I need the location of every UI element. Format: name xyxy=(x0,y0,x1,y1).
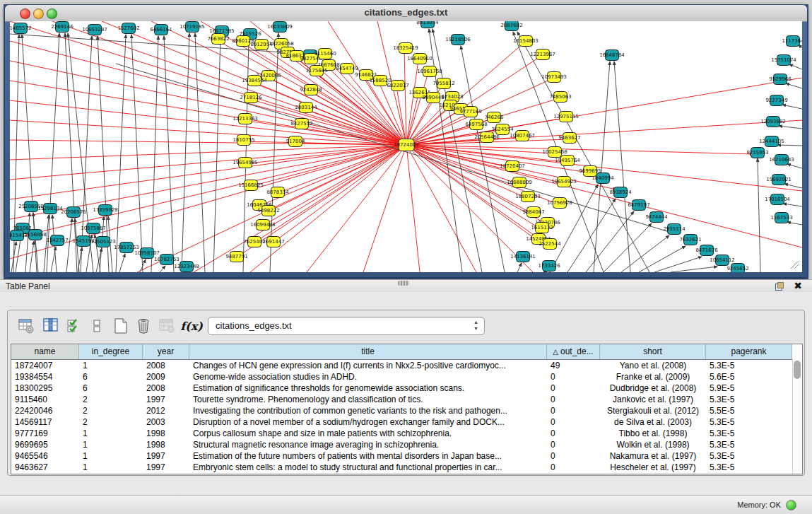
new-table-icon[interactable] xyxy=(111,316,131,336)
table-row[interactable]: 911546021997Tourette syndrome. Phenomeno… xyxy=(11,394,802,405)
table-selector-dropdown[interactable]: citations_edges.txt ▲▼ xyxy=(208,317,485,335)
show-column-icon[interactable] xyxy=(41,316,61,336)
table-row[interactable]: 1456911722003Disruption of a novel membe… xyxy=(11,416,802,428)
scrollbar-thumb[interactable] xyxy=(794,361,801,379)
graph-node[interactable]: 8471676 xyxy=(695,245,718,256)
graph-node[interactable]: 7632621 xyxy=(679,235,701,245)
graph-node[interactable]: 917004 xyxy=(286,136,305,147)
table-panel-header[interactable]: Table Panel ✖ xyxy=(0,279,812,293)
graph-node-label: 9245652 xyxy=(726,266,748,271)
graph-node[interactable]: 20206576 xyxy=(61,207,86,218)
network-view-canvas[interactable]: 1405572226914610653287152760264661611071… xyxy=(10,21,802,272)
graph-node[interactable]: 19654985 xyxy=(233,158,258,168)
graph-node[interactable]: 16033809 xyxy=(267,22,293,33)
graph-node[interactable]: 16154803 xyxy=(513,36,539,47)
graph-node[interactable]: 15692921 xyxy=(766,175,792,185)
graph-node[interactable]: 2935114 xyxy=(663,224,686,235)
table-row[interactable]: 969969511998Structural magnetic resonanc… xyxy=(11,439,802,450)
column-header-in_degree[interactable]: in_degree xyxy=(79,344,143,359)
graph-node[interactable]: 18640910 xyxy=(407,54,433,64)
graph-node[interactable]: 8878334 xyxy=(266,187,289,198)
graph-node[interactable]: 17359928 xyxy=(93,205,118,216)
table-cell-year: 1997 xyxy=(143,394,189,405)
graph-node[interactable]: 2269146 xyxy=(51,22,73,33)
resize-grip-icon[interactable] xyxy=(788,258,799,269)
column-header-name[interactable]: name xyxy=(11,344,79,359)
graph-node[interactable]: 10653287 xyxy=(82,25,107,35)
graph-node[interactable]: 16648784 xyxy=(599,50,625,61)
graph-node[interactable]: 9487791 xyxy=(225,252,247,262)
graph-edge xyxy=(10,140,406,145)
graph-node[interactable]: 19218506 xyxy=(445,35,471,45)
graph-node[interactable]: 8427552 xyxy=(290,119,312,129)
close-panel-icon[interactable]: ✖ xyxy=(794,280,802,291)
graph-node[interactable]: 8813054 xyxy=(416,21,439,28)
table-row[interactable]: 946554611997Estimation of the future num… xyxy=(11,450,802,462)
graph-node[interactable]: 12975115 xyxy=(553,112,579,122)
graph-node[interactable]: 6497568 xyxy=(465,119,487,130)
graph-node[interactable]: 18325419 xyxy=(393,43,418,54)
graph-node[interactable]: 15751074 xyxy=(771,55,796,66)
graph-node[interactable]: 16210643 xyxy=(769,155,794,165)
column-header-year[interactable]: year xyxy=(143,344,189,359)
table-row[interactable]: 1938455462009Genome-wide association stu… xyxy=(11,371,802,382)
network-window-titlebar[interactable]: citations_edges.txt xyxy=(5,5,807,22)
graph-node[interactable]: 6479197 xyxy=(628,200,649,211)
table-row[interactable]: 1872400712008Changes of HCN gene express… xyxy=(11,360,802,371)
delete-table-icon[interactable] xyxy=(157,316,177,336)
graph-node[interactable]: 1810755 xyxy=(233,135,254,146)
graph-node[interactable]: 8215953 xyxy=(746,148,768,158)
graph-node[interactable]: 1117364 xyxy=(782,36,802,47)
table-row[interactable]: 946362711997Embryonic stem cells: a mode… xyxy=(11,462,802,473)
graph-node[interactable]: 1342757 xyxy=(46,235,68,246)
column-header-title[interactable]: title xyxy=(189,344,547,359)
graph-node[interactable]: 19166825 xyxy=(238,180,264,191)
graph-node[interactable]: 9884067 xyxy=(522,207,544,218)
column-header-short[interactable]: short xyxy=(600,344,706,359)
network-window[interactable]: citations_edges.txt 14055722269146106532… xyxy=(5,5,807,277)
graph-node[interactable]: 10756928 xyxy=(547,198,572,209)
graph-node[interactable]: 12213363 xyxy=(233,114,258,124)
graph-node[interactable]: 10654112 xyxy=(710,255,735,266)
graph-node[interactable]: 9242848 xyxy=(300,85,322,95)
graph-node[interactable]: 746266 xyxy=(485,112,504,123)
table-row[interactable]: 2242004622012Investigating the contribut… xyxy=(11,405,802,416)
graph-node[interactable]: 10973493 xyxy=(541,72,567,83)
column-header-out_degree[interactable]: △out_de... xyxy=(547,344,600,359)
table-settings-icon[interactable] xyxy=(16,316,36,336)
graph-node[interactable]: 1527602 xyxy=(117,23,139,34)
float-panel-icon[interactable] xyxy=(775,282,784,291)
citation-network-graph[interactable]: 1405572226914610653287152760264661611071… xyxy=(10,21,802,272)
graph-node[interactable]: 2087682 xyxy=(500,21,522,31)
graph-node[interactable]: 16961758 xyxy=(417,66,442,77)
graph-node[interactable]: 12923448 xyxy=(174,262,199,272)
delete-icon[interactable] xyxy=(134,316,153,336)
graph-node-label: 10653287 xyxy=(82,27,107,33)
panel-splitter-handle[interactable] xyxy=(398,281,409,286)
table-vertical-scrollbar[interactable] xyxy=(792,359,802,474)
column-header-pagerank[interactable]: pagerank xyxy=(706,344,792,359)
graph-node[interactable]: 9474444 xyxy=(645,212,668,223)
table-row[interactable]: 1830029562008Estimation of significance … xyxy=(11,382,802,394)
graph-node-label: 746266 xyxy=(485,115,504,120)
table-row[interactable]: 977716911998Corpus callosum shape and si… xyxy=(11,428,802,439)
function-builder-icon[interactable]: f(x) xyxy=(182,316,201,336)
graph-node[interactable]: 10719185 xyxy=(180,22,205,33)
graph-node[interactable]: 6466161 xyxy=(150,25,172,35)
graph-node[interactable]: 9227349 xyxy=(765,95,787,106)
graph-node[interactable]: 12093882 xyxy=(760,117,786,127)
table-panel-title: Table Panel xyxy=(6,281,50,291)
graph-node[interactable]: 10688809 xyxy=(507,177,532,188)
graph-node[interactable]: 1405572 xyxy=(10,23,32,34)
graph-node[interactable]: 18807293 xyxy=(515,192,541,202)
graph-node[interactable]: 1167533 xyxy=(770,213,792,223)
graph-node[interactable]: 1733426 xyxy=(538,261,560,271)
graph-node[interactable]: 9245652 xyxy=(726,264,748,273)
graph-edge xyxy=(307,145,406,272)
select-all-icon[interactable] xyxy=(64,316,84,336)
unselect-rows-icon[interactable] xyxy=(87,316,107,336)
graph-node[interactable]: 12213967 xyxy=(530,49,555,60)
graph-node[interactable]: 19654923 xyxy=(551,177,577,187)
graph-node[interactable]: 17016504 xyxy=(765,194,790,205)
graph-node[interactable]: 7485063 xyxy=(549,92,571,103)
